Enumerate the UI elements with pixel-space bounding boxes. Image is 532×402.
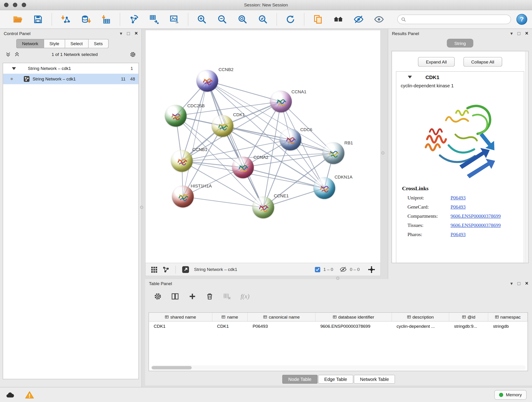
network-row[interactable]: String Network – cdk1 11 48 [3, 74, 138, 84]
show-all-button[interactable] [371, 12, 387, 27]
add-column-button[interactable] [186, 291, 198, 302]
refresh-view-button[interactable] [282, 12, 298, 27]
new-network-button[interactable] [126, 12, 142, 27]
crosslink-uniprot--link[interactable]: P06493 [451, 195, 466, 201]
warning-icon[interactable] [25, 390, 34, 399]
panel-menu-icon[interactable] [120, 31, 122, 36]
tab-edge-table[interactable]: Edge Table [318, 375, 353, 384]
tab-style[interactable]: Style [44, 39, 65, 48]
column-header-database-identifier[interactable]: database identifier [316, 313, 392, 321]
selected-checkbox-icon[interactable] [315, 267, 320, 272]
close-window-button[interactable] [4, 3, 8, 7]
column-header-namespac[interactable]: namespac [488, 313, 527, 321]
panel-close-icon[interactable] [134, 30, 138, 36]
network-collection-row[interactable]: String Network – cdk1 1 [3, 63, 138, 74]
tab-network[interactable]: Network [16, 39, 44, 48]
export-image-button[interactable] [166, 12, 183, 27]
cloud-icon[interactable] [6, 391, 15, 399]
gear-icon[interactable] [130, 51, 136, 57]
import-network-from-file-button[interactable] [57, 12, 74, 27]
tree-expand-icon[interactable] [12, 67, 16, 70]
panel-float-icon[interactable] [518, 281, 520, 286]
open-in-new-window-icon[interactable] [181, 265, 190, 274]
expand-all-icon[interactable] [14, 51, 20, 57]
zoom-selected-button[interactable] [255, 12, 271, 27]
tab-node-table[interactable]: Node Table [282, 375, 317, 384]
hide-selected-button[interactable] [351, 12, 367, 27]
memory-button[interactable]: Memory [494, 390, 527, 399]
node-ccnb2[interactable] [196, 70, 218, 92]
tab-sets[interactable]: Sets [89, 39, 108, 48]
protein-section-header[interactable]: CDK1 [396, 72, 524, 83]
expand-all-button[interactable]: Expand All [418, 57, 455, 66]
node-ccna2[interactable] [232, 157, 254, 178]
zoom-out-button[interactable] [214, 12, 230, 27]
protein-ribbon-thumbnail [327, 147, 340, 159]
control-panel-header: Control Panel [0, 29, 142, 38]
network-canvas[interactable]: CCNB2 CCNA1 CDC25B CDK1 CDC6 RB1 CCNB1 C… [145, 30, 381, 263]
horizontal-splitter-grip[interactable] [336, 277, 339, 280]
show-columns-button[interactable] [169, 291, 181, 302]
crosslink-pharos--link[interactable]: P06493 [451, 231, 466, 237]
delete-column-button[interactable] [204, 291, 215, 302]
birds-eye-view-icon[interactable] [150, 266, 158, 273]
node-cdc6[interactable] [279, 128, 301, 150]
new-network-icon [128, 14, 139, 24]
collapse-all-button[interactable]: Collapse All [463, 57, 502, 66]
clipboard-button[interactable] [310, 12, 326, 27]
panel-close-icon[interactable] [525, 281, 528, 287]
string-tab-badge[interactable]: String [447, 39, 473, 48]
crosslink-tissues--link[interactable]: 9606.ENSP00000378699 [451, 222, 501, 228]
panel-menu-icon[interactable] [510, 281, 513, 286]
zoom-fit-button[interactable] [234, 12, 251, 27]
import-table-from-file-button[interactable] [98, 12, 114, 27]
vertical-splitter-grip[interactable] [140, 206, 143, 209]
zoom-in-button[interactable] [194, 12, 210, 27]
protein-ribbon-thumbnail [275, 95, 287, 108]
tab-network-table[interactable]: Network Table [354, 375, 395, 384]
panel-close-icon[interactable] [525, 30, 528, 36]
scrollbar-thumb[interactable] [152, 366, 192, 369]
zoom-window-button[interactable] [22, 3, 26, 7]
panel-float-icon[interactable] [518, 31, 520, 36]
minimize-window-button[interactable] [13, 3, 17, 7]
open-session-button[interactable] [9, 12, 26, 27]
collapse-all-icon[interactable] [6, 51, 11, 57]
panel-float-icon[interactable] [127, 31, 130, 36]
crosslink-genecard--link[interactable]: P06493 [451, 204, 466, 210]
delete-table-button[interactable] [221, 291, 233, 302]
help-button[interactable]: ? [516, 14, 527, 25]
new-network-from-table-button[interactable] [146, 12, 162, 27]
save-session-button[interactable] [30, 12, 46, 27]
node-cdk1[interactable] [212, 115, 234, 137]
apply-function-button[interactable]: f(x) [241, 293, 249, 300]
column-header-shared-name[interactable]: shared name [149, 313, 212, 321]
hidden-eye-slash-icon[interactable] [340, 266, 347, 273]
table-horizontal-scrollbar[interactable] [151, 365, 526, 370]
node-rb1[interactable] [323, 142, 344, 164]
node-ccnb1[interactable] [171, 150, 193, 172]
home-button[interactable] [330, 12, 346, 27]
search-field[interactable] [397, 15, 511, 24]
node-cdkn1a[interactable] [313, 177, 335, 199]
column-header-name[interactable]: name [212, 313, 248, 321]
import-network-from-database-button[interactable] [78, 12, 94, 27]
network-overview-icon[interactable] [162, 266, 170, 273]
node-ccna1[interactable] [270, 91, 292, 113]
node-hist1h1a[interactable] [172, 186, 194, 207]
tab-select[interactable]: Select [65, 39, 89, 48]
node-ccne1[interactable] [253, 197, 274, 218]
panel-menu-icon[interactable] [510, 31, 513, 36]
column-header--id[interactable]: @id [449, 313, 488, 321]
table-row[interactable]: CDK1CDK1P064939606.ENSP00000378699cyclin… [149, 322, 528, 331]
node-cdc25b[interactable] [165, 105, 187, 127]
section-collapse-icon[interactable] [408, 76, 412, 78]
crosslink-compartments--link[interactable]: 9606.ENSP00000378699 [451, 213, 501, 219]
vertical-splitter-grip[interactable] [381, 152, 384, 154]
search-input[interactable] [408, 17, 507, 22]
results-scrollbar[interactable] [525, 51, 528, 263]
column-header-canonical-name[interactable]: canonical name [248, 313, 316, 321]
fit-selected-crosshair-icon[interactable] [367, 265, 376, 274]
table-settings-button[interactable] [152, 291, 163, 302]
column-header-description[interactable]: description [392, 313, 449, 321]
